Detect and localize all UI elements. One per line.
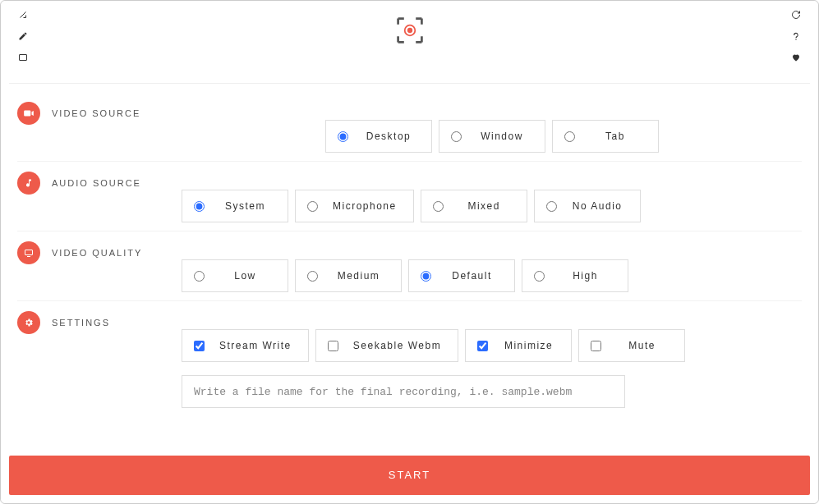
checkbox-minimize[interactable] xyxy=(477,341,488,351)
audio-source-label: AUDIO SOURCE xyxy=(52,178,141,188)
option-low[interactable]: Low xyxy=(182,259,288,292)
option-desktop[interactable]: Desktop xyxy=(325,120,432,153)
option-label: Mixed xyxy=(458,200,515,212)
help-icon[interactable] xyxy=(790,30,802,42)
check-mute[interactable]: Mute xyxy=(578,329,685,362)
option-label: No Audio xyxy=(572,200,628,212)
topbar xyxy=(1,1,818,83)
option-microphone[interactable]: Microphone xyxy=(295,190,414,222)
quality-icon xyxy=(17,241,40,264)
option-mixed[interactable]: Mixed xyxy=(421,190,527,222)
radio-default[interactable] xyxy=(421,271,431,282)
video-quality-label: VIDEO QUALITY xyxy=(52,248,142,258)
window-icon[interactable] xyxy=(17,52,29,63)
option-system[interactable]: System xyxy=(182,190,288,222)
video-source-label: VIDEO SOURCE xyxy=(52,108,140,118)
option-label: Microphone xyxy=(333,200,402,212)
section-label-video-source: VIDEO SOURCE xyxy=(17,100,182,125)
radio-desktop[interactable] xyxy=(338,131,348,142)
section-video-source: VIDEO SOURCE Desktop Window Tab xyxy=(17,92,802,161)
audio-source-options: System Microphone Mixed No Audio xyxy=(182,190,802,222)
content: VIDEO SOURCE Desktop Window Tab xyxy=(1,84,818,456)
settings-checks: Stream Write Seekable Webm Minimize Mute xyxy=(182,329,802,362)
option-label: Tab xyxy=(590,131,646,142)
radio-window[interactable] xyxy=(451,131,462,142)
radio-low[interactable] xyxy=(194,271,205,282)
check-stream-write[interactable]: Stream Write xyxy=(182,329,309,362)
topbar-right xyxy=(790,9,802,63)
topbar-left xyxy=(17,9,29,63)
option-medium[interactable]: Medium xyxy=(295,259,402,292)
start-button[interactable]: START xyxy=(9,456,810,495)
option-label: Default xyxy=(446,270,503,282)
option-label: Mute xyxy=(616,340,673,351)
option-no-audio[interactable]: No Audio xyxy=(534,190,641,222)
gear-icon xyxy=(17,311,40,334)
radio-mixed[interactable] xyxy=(433,201,444,212)
check-seekable-webm[interactable]: Seekable Webm xyxy=(315,329,458,362)
pencil-icon[interactable] xyxy=(17,30,29,42)
section-settings: SETTINGS Stream Write Seekable Webm Mini… xyxy=(17,300,802,416)
audio-icon xyxy=(17,172,40,195)
section-audio-source: AUDIO SOURCE System Microphone Mixed xyxy=(17,161,802,231)
filename-input[interactable] xyxy=(182,375,625,408)
radio-microphone[interactable] xyxy=(307,201,318,212)
radio-system[interactable] xyxy=(194,201,205,212)
option-label: Stream Write xyxy=(219,340,297,351)
settings-label: SETTINGS xyxy=(52,318,110,328)
section-label-video-quality: VIDEO QUALITY xyxy=(17,240,182,264)
section-label-settings: SETTINGS xyxy=(17,309,182,334)
heart-icon[interactable] xyxy=(790,52,802,63)
option-label: Desktop xyxy=(363,131,420,142)
video-icon xyxy=(17,102,40,125)
radio-tab[interactable] xyxy=(564,131,575,142)
app-logo xyxy=(395,16,425,45)
checkbox-seekable-webm[interactable] xyxy=(328,341,338,351)
radio-no-audio[interactable] xyxy=(546,201,557,212)
option-window[interactable]: Window xyxy=(439,120,545,153)
option-label: Medium xyxy=(333,270,389,282)
option-label: Window xyxy=(476,131,533,142)
video-quality-options: Low Medium Default High xyxy=(182,259,802,292)
option-tab[interactable]: Tab xyxy=(552,120,659,153)
option-label: Low xyxy=(219,270,276,282)
video-source-options-wrap: Desktop Window Tab xyxy=(182,100,802,153)
option-label: Minimize xyxy=(503,340,559,351)
video-quality-options-wrap: Low Medium Default High xyxy=(182,240,802,292)
svg-point-2 xyxy=(407,28,412,33)
video-source-options: Desktop Window Tab xyxy=(182,120,802,153)
section-label-audio-source: AUDIO SOURCE xyxy=(17,170,182,195)
radio-medium[interactable] xyxy=(307,271,318,282)
check-minimize[interactable]: Minimize xyxy=(465,329,572,362)
radio-high[interactable] xyxy=(534,271,545,282)
option-default[interactable]: Default xyxy=(408,259,515,292)
option-label: System xyxy=(219,200,276,212)
checkbox-mute[interactable] xyxy=(591,341,601,351)
arrow-icon[interactable] xyxy=(17,9,29,21)
section-video-quality: VIDEO QUALITY Low Medium Default Hig xyxy=(17,231,802,300)
svg-rect-3 xyxy=(25,250,33,255)
option-high[interactable]: High xyxy=(522,259,628,292)
settings-options-wrap: Stream Write Seekable Webm Minimize Mute xyxy=(182,309,802,408)
audio-source-options-wrap: System Microphone Mixed No Audio xyxy=(182,170,802,222)
option-label: High xyxy=(559,270,616,282)
svg-rect-0 xyxy=(20,55,27,61)
option-label: Seekable Webm xyxy=(353,340,446,351)
refresh-icon[interactable] xyxy=(790,9,802,21)
checkbox-stream-write[interactable] xyxy=(194,341,205,351)
